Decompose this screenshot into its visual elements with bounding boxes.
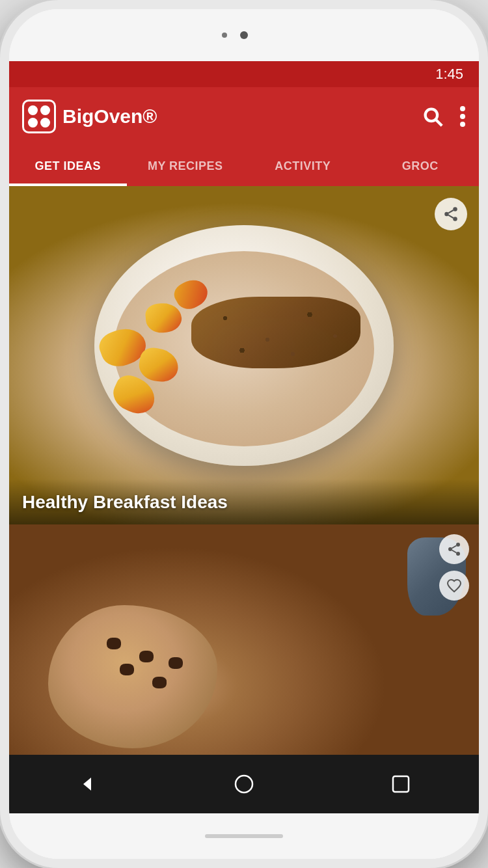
recents-icon	[391, 774, 411, 794]
svg-point-11	[448, 547, 452, 551]
svg-point-7	[453, 217, 457, 221]
search-icon	[422, 105, 444, 128]
share-icon	[442, 206, 459, 223]
svg-line-1	[436, 120, 442, 126]
search-button[interactable]	[422, 105, 444, 128]
home-icon	[232, 772, 256, 796]
share-icon-card2	[446, 541, 462, 557]
logo-dot-4	[40, 118, 50, 128]
logo-dot-3	[28, 118, 38, 128]
tab-activity[interactable]: ACTIVITY	[244, 146, 362, 186]
heart-icon	[446, 578, 462, 593]
app-bar: BigOven®	[9, 87, 479, 146]
recipe-card-1: Healthy Breakfast Ideas	[9, 186, 479, 524]
recipe-card-2	[9, 524, 479, 755]
logo-dot-2	[40, 105, 50, 115]
svg-point-3	[460, 114, 465, 119]
home-indicator	[205, 834, 283, 838]
bigoven-logo-text: BigOven®	[62, 105, 157, 128]
app-bar-actions	[422, 105, 466, 128]
svg-point-16	[236, 776, 252, 793]
svg-line-13	[452, 550, 457, 553]
home-button[interactable]	[224, 765, 264, 804]
cookie-image	[9, 524, 479, 755]
tab-my-recipes[interactable]: MY RECIPES	[127, 146, 245, 186]
front-camera	[222, 33, 227, 38]
tab-get-ideas[interactable]: GET IDEAS	[9, 146, 127, 186]
earpiece-speaker	[240, 31, 248, 39]
svg-point-6	[444, 212, 449, 217]
navigation-tabs: GET IDEAS MY RECIPES ACTIVITY GROC	[9, 146, 479, 186]
svg-line-8	[448, 215, 453, 218]
card-title-bar: Healthy Breakfast Ideas	[9, 479, 479, 524]
content-area: Healthy Breakfast Ideas	[9, 186, 479, 755]
status-bar: 1:45	[9, 61, 479, 87]
svg-point-0	[426, 109, 437, 121]
choc-chip-5	[169, 657, 183, 669]
choc-chip-2	[139, 651, 154, 662]
svg-rect-17	[393, 776, 409, 792]
svg-point-5	[453, 207, 457, 211]
logo-container: BigOven®	[22, 100, 422, 133]
phone-bottom-bezel	[9, 813, 479, 859]
recipe-title-1: Healthy Breakfast Ideas	[22, 492, 466, 513]
more-options-icon	[459, 105, 466, 128]
back-icon	[75, 772, 99, 796]
android-nav-bar	[9, 755, 479, 813]
choc-chip-1	[107, 638, 121, 649]
recents-button[interactable]	[381, 765, 420, 804]
phone-top-bezel	[9, 9, 479, 61]
back-button[interactable]	[68, 765, 107, 804]
svg-point-12	[456, 552, 460, 556]
svg-point-4	[460, 122, 465, 127]
bigoven-logo-icon	[22, 100, 56, 133]
like-button-card2[interactable]	[439, 571, 469, 601]
status-time: 1:45	[435, 66, 463, 83]
smoothie-bowl-image	[9, 186, 479, 524]
svg-point-10	[456, 543, 460, 547]
share-button-card1[interactable]	[435, 198, 467, 230]
granola-topping	[191, 297, 360, 368]
svg-marker-15	[83, 778, 91, 791]
cookie-body	[48, 605, 217, 748]
share-button-card2[interactable]	[439, 534, 469, 564]
choc-chip-3	[120, 664, 134, 675]
phone-frame: 1:45 BigOven®	[0, 0, 488, 868]
svg-line-14	[452, 546, 457, 549]
more-options-button[interactable]	[459, 105, 466, 128]
choc-chip-4	[152, 677, 167, 688]
logo-dot-1	[28, 105, 38, 115]
svg-line-9	[448, 210, 453, 213]
tab-groceries[interactable]: GROC	[362, 146, 480, 186]
card2-actions	[439, 534, 469, 601]
svg-point-2	[460, 106, 465, 111]
screen: 1:45 BigOven®	[9, 61, 479, 813]
